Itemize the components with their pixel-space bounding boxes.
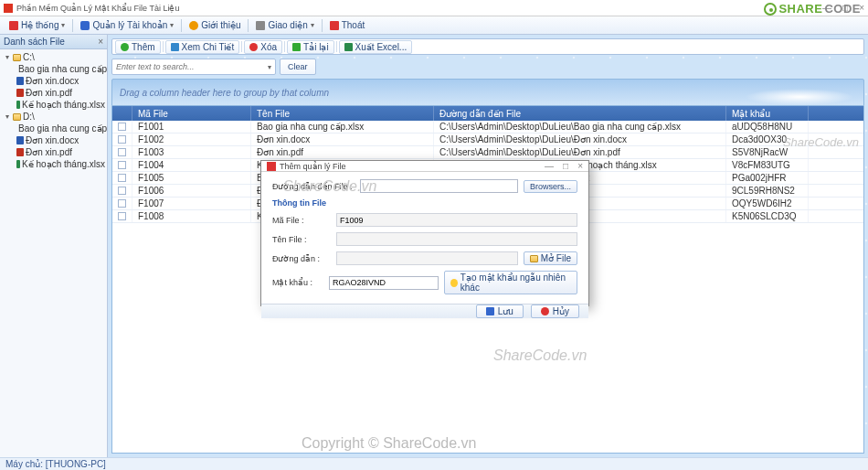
- grid-header: Mã File Tên File Đường dẫn đến File Mật …: [112, 106, 863, 121]
- table-row[interactable]: F1003Đơn xin.pdfC:\Users\Admin\Desktop\D…: [112, 146, 863, 159]
- theme-icon: [256, 21, 265, 30]
- save-icon: [486, 307, 494, 315]
- tree-folder[interactable]: ▾C:\: [0, 51, 107, 63]
- detail-icon: [171, 43, 179, 51]
- col-checkbox[interactable]: [112, 106, 132, 121]
- tree-file[interactable]: Đơn xin.docx: [0, 134, 107, 146]
- mafile-input: [336, 213, 577, 227]
- file-tree[interactable]: ▾C:\Bao gia nha cung cấp.xlsxĐơn xin.doc…: [0, 49, 107, 172]
- app-icon: [4, 4, 13, 13]
- menu-bar: Hệ thống▾ Quản lý Tài khoản▾ Giới thiệu …: [0, 16, 868, 35]
- add-button[interactable]: Thêm: [115, 40, 161, 54]
- dialog-app-icon: [267, 162, 276, 171]
- tree-file[interactable]: Đơn xin.pdf: [0, 87, 107, 99]
- open-file-button[interactable]: Mở File: [524, 251, 577, 265]
- path-input[interactable]: [360, 179, 518, 193]
- add-file-dialog: Thêm quản lý File — □ × Đường dẫn đến Fi…: [260, 160, 589, 306]
- delete-icon: [249, 43, 258, 51]
- row-checkbox[interactable]: [118, 212, 126, 220]
- row-checkbox[interactable]: [118, 187, 126, 195]
- row-checkbox[interactable]: [118, 148, 126, 156]
- view-detail-button[interactable]: Xem Chi Tiết: [165, 40, 240, 54]
- toolbar: Thêm Xem Chi Tiết Xóa Tải lại Xuất Excel…: [111, 38, 864, 55]
- col-id[interactable]: Mã File: [132, 106, 251, 121]
- tree-file[interactable]: Bao gia nha cung cấp.xlsx: [0, 123, 107, 134]
- dialog-close-button[interactable]: ×: [577, 161, 583, 171]
- status-bar: Máy chủ: [THUONG-PC]: [0, 457, 868, 470]
- table-row[interactable]: F1001Bao gia nha cung cấp.xlsxC:\Users\A…: [112, 121, 863, 134]
- file-icon: [16, 89, 24, 97]
- folder-icon: [13, 113, 21, 121]
- reload-icon: [292, 43, 301, 51]
- path-label: Đường dẫn đến File :: [272, 182, 355, 191]
- menu-giaodien[interactable]: Giao diện▾: [252, 19, 317, 31]
- export-excel-button[interactable]: Xuất Excel...: [339, 40, 413, 54]
- dialog-title-bar[interactable]: Thêm quản lý File — □ ×: [261, 161, 588, 172]
- duongdan-input: [336, 251, 518, 265]
- exit-icon: [330, 21, 339, 30]
- sidebar-close-icon[interactable]: ×: [98, 37, 103, 47]
- dialog-footer: Lưu Hủy: [261, 304, 588, 318]
- logo-spiral-icon: [764, 3, 777, 16]
- account-icon: [80, 21, 90, 30]
- generate-password-button[interactable]: Tạo mật khẩu ngẫu nhiên khác: [444, 271, 577, 294]
- clear-button[interactable]: Clear: [280, 59, 316, 75]
- sidebar: Danh sách File × ▾C:\Bao gia nha cung cấ…: [0, 35, 108, 457]
- file-icon: [16, 136, 24, 144]
- folder-icon: [530, 255, 538, 262]
- save-button[interactable]: Lưu: [476, 304, 524, 318]
- matkhau-label: Mật khẩu :: [272, 278, 323, 287]
- duongdan-label: Đường dẫn :: [272, 254, 331, 263]
- sidebar-header: Danh sách File ×: [0, 35, 107, 49]
- tenfile-label: Tên File :: [272, 235, 331, 244]
- menu-hethong[interactable]: Hệ thống▾: [5, 19, 69, 31]
- menu-thoat[interactable]: Thoát: [326, 19, 369, 31]
- matkhau-input[interactable]: [329, 276, 439, 290]
- dialog-minimize-button[interactable]: —: [545, 161, 554, 171]
- cancel-icon: [541, 307, 549, 315]
- group-by-bar[interactable]: Drag a column header here to group by th…: [111, 79, 864, 106]
- delete-button[interactable]: Xóa: [244, 40, 282, 54]
- dialog-title: Thêm quản lý File: [280, 162, 545, 171]
- plus-icon: [121, 43, 129, 51]
- window-title: Phần Mềm Quản Lý Mật Khẩu File Tài Liệu: [16, 4, 822, 13]
- bulb-icon: [450, 279, 458, 287]
- row-checkbox[interactable]: [118, 199, 126, 208]
- row-checkbox[interactable]: [118, 135, 126, 144]
- row-checkbox[interactable]: [118, 161, 126, 169]
- dialog-maximize-button[interactable]: □: [563, 161, 568, 171]
- group-hint-text: Drag a column header here to group by th…: [120, 88, 329, 98]
- excel-icon: [344, 43, 353, 51]
- file-icon: [16, 77, 24, 85]
- search-input[interactable]: [116, 62, 268, 71]
- search-dropdown-icon[interactable]: ▾: [268, 63, 271, 71]
- col-path[interactable]: Đường dẫn đến File: [434, 106, 726, 121]
- folder-icon: [13, 54, 21, 61]
- tree-file[interactable]: Kế hoạch tháng.xlsx: [0, 158, 107, 170]
- file-icon: [16, 101, 20, 109]
- col-name[interactable]: Tên File: [251, 106, 434, 121]
- tree-folder[interactable]: ▾D:\: [0, 111, 107, 123]
- title-bar: Phần Mềm Quản Lý Mật Khẩu File Tài Liệu …: [0, 0, 868, 16]
- file-icon: [16, 148, 24, 156]
- tree-file[interactable]: Đơn xin.pdf: [0, 146, 107, 158]
- sidebar-title: Danh sách File: [4, 37, 65, 47]
- tree-file[interactable]: Đơn xin.docx: [0, 75, 107, 87]
- row-checkbox[interactable]: [118, 123, 126, 131]
- menu-gioithieu[interactable]: Giới thiệu: [185, 19, 244, 31]
- browse-button[interactable]: Browsers...: [524, 180, 577, 193]
- reload-button[interactable]: Tải lại: [287, 40, 334, 54]
- section-label: Thông tin File: [272, 198, 577, 208]
- mafile-label: Mã File :: [272, 216, 331, 225]
- menu-quanly[interactable]: Quản lý Tài khoản▾: [77, 19, 177, 31]
- status-text: Máy chủ: [THUONG-PC]: [5, 459, 106, 469]
- search-box[interactable]: ▾: [111, 59, 276, 75]
- cancel-button[interactable]: Hủy: [531, 304, 579, 318]
- row-checkbox[interactable]: [118, 174, 126, 182]
- col-password[interactable]: Mật khẩu: [726, 106, 809, 121]
- table-row[interactable]: F1002Đơn xin.docxC:\Users\Admin\Desktop\…: [112, 134, 863, 146]
- info-icon: [189, 21, 198, 30]
- tree-file[interactable]: Bao gia nha cung cấp.xlsx: [0, 63, 107, 75]
- tree-file[interactable]: Kế hoạch tháng.xlsx: [0, 99, 107, 111]
- tenfile-input: [336, 232, 577, 246]
